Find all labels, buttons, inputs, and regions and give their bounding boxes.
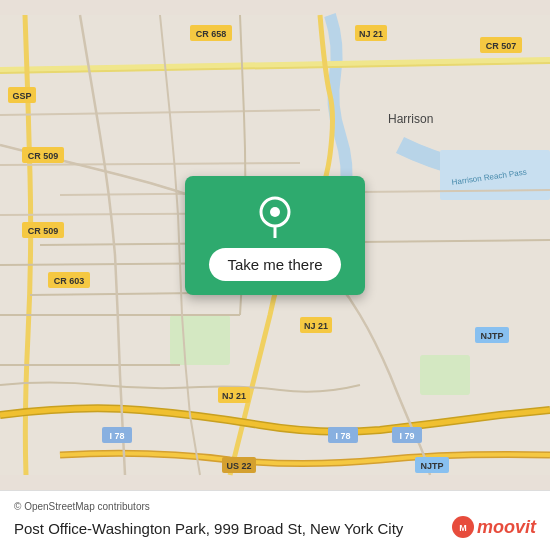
location-card: Take me there — [185, 176, 365, 295]
location-name-text: Post Office-Washington Park, 999 Broad S… — [14, 520, 403, 537]
map-area: CR 658 NJ 21 CR 507 GSP CR 509 CR 509 CR… — [0, 0, 550, 490]
svg-text:NJ 21: NJ 21 — [222, 391, 246, 401]
main-container: CR 658 NJ 21 CR 507 GSP CR 509 CR 509 CR… — [0, 0, 550, 550]
svg-text:CR 603: CR 603 — [54, 276, 85, 286]
svg-text:I 78: I 78 — [335, 431, 350, 441]
svg-text:CR 509: CR 509 — [28, 226, 59, 236]
attribution: © OpenStreetMap contributors — [14, 501, 536, 512]
svg-text:CR 658: CR 658 — [196, 29, 227, 39]
moovit-logo-area: M moovit — [452, 516, 536, 538]
svg-text:M: M — [459, 523, 467, 533]
svg-point-49 — [270, 207, 280, 217]
bottom-bar: © OpenStreetMap contributors Post Office… — [0, 490, 550, 550]
svg-text:NJ 21: NJ 21 — [304, 321, 328, 331]
svg-text:NJ 21: NJ 21 — [359, 29, 383, 39]
moovit-icon: M — [452, 516, 474, 538]
svg-text:NJTP: NJTP — [480, 331, 503, 341]
take-me-there-button[interactable]: Take me there — [209, 248, 340, 281]
svg-text:US 22: US 22 — [226, 461, 251, 471]
attribution-text: © OpenStreetMap contributors — [14, 501, 150, 512]
moovit-text: moovit — [477, 517, 536, 538]
pin-icon — [253, 194, 297, 238]
location-name: Post Office-Washington Park, 999 Broad S… — [14, 519, 403, 539]
svg-rect-3 — [170, 315, 230, 365]
svg-text:GSP: GSP — [12, 91, 31, 101]
svg-text:CR 507: CR 507 — [486, 41, 517, 51]
svg-text:CR 509: CR 509 — [28, 151, 59, 161]
svg-text:I 79: I 79 — [399, 431, 414, 441]
svg-text:NJTP: NJTP — [420, 461, 443, 471]
svg-rect-4 — [420, 355, 470, 395]
svg-text:I 78: I 78 — [109, 431, 124, 441]
svg-text:Harrison: Harrison — [388, 112, 433, 126]
